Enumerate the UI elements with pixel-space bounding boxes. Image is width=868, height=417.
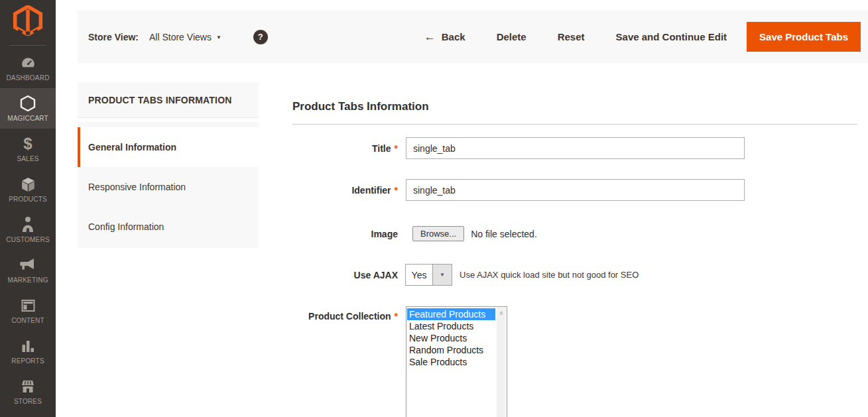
bar-chart-icon [20, 337, 36, 355]
tabs-panel: PRODUCT TABS INFORMATION General Informa… [78, 82, 259, 248]
store-view-switcher[interactable]: All Store Views▼ [149, 32, 221, 42]
back-arrow-icon: ← [424, 30, 436, 43]
file-status-text: No file selected. [471, 229, 537, 239]
box-icon [20, 176, 36, 193]
storefront-icon [19, 378, 36, 395]
sidebar-item-label: MAGICCART [7, 115, 48, 122]
listbox-option[interactable]: New Products [407, 332, 495, 344]
field-row-image: Image Browse... No file selected. [292, 226, 857, 241]
toolbar-actions: ←Back Delete Reset Save and Continue Edi… [424, 22, 861, 52]
store-view-label: Store View: [88, 32, 139, 42]
page-actions-toolbar: Store View: All Store Views▼ ? ←Back Del… [78, 11, 868, 63]
sidebar-item-reports[interactable]: REPORTS [0, 331, 56, 371]
image-label: Image [292, 229, 398, 239]
product-collection-listbox[interactable]: Featured Products Latest Products New Pr… [406, 306, 507, 417]
sidebar-item-marketing[interactable]: MARKETING [0, 250, 56, 290]
sidebar-item-magiccart[interactable]: MAGICCART [0, 88, 56, 129]
sidebar-item-label: MARKETING [7, 276, 48, 284]
form-area: Product Tabs Information Title* Identifi… [292, 98, 857, 417]
sidebar-item-customers[interactable]: CUSTOMERS [0, 209, 56, 250]
save-product-tabs-button[interactable]: Save Product Tabs [747, 22, 861, 52]
form-rows: Title* Identifier* Image [292, 137, 857, 417]
layout-icon [20, 297, 36, 314]
person-icon [20, 216, 36, 233]
use-ajax-label: Use AJAX [292, 270, 398, 280]
tab-config-information[interactable]: Config Information [78, 207, 259, 247]
save-and-continue-button[interactable]: Save and Continue Edit [616, 31, 727, 42]
required-asterisk: * [395, 311, 398, 322]
listbox-option[interactable]: Featured Products [407, 308, 495, 320]
admin-sidebar: DASHBOARD MAGICCART $ SALES PRODUCTS [0, 0, 56, 417]
product-collection-label: Product Collection* [292, 306, 398, 322]
delete-button[interactable]: Delete [497, 31, 527, 42]
listbox-option[interactable]: Sale Products [407, 356, 495, 368]
sidebar-item-products[interactable]: PRODUCTS [0, 169, 56, 209]
use-ajax-select[interactable]: Yes ▼ [405, 264, 452, 286]
sidebar-item-content[interactable]: CONTENT [0, 290, 56, 331]
sidebar-item-dashboard[interactable]: DASHBOARD [0, 48, 56, 88]
dollar-icon: $ [23, 135, 32, 152]
megaphone-icon [19, 257, 36, 274]
sidebar-item-label: REPORTS [11, 357, 44, 365]
browse-button[interactable]: Browse... [412, 226, 464, 241]
identifier-input[interactable] [406, 179, 745, 201]
sidebar-item-sales[interactable]: $ SALES [0, 129, 56, 169]
dashboard-gauge-icon [20, 54, 36, 72]
tabs-panel-items: General Information Responsive Informati… [78, 122, 259, 248]
listbox-option[interactable]: Random Products [407, 344, 495, 356]
field-row-title: Title* [292, 137, 857, 159]
store-view-value: All Store Views [149, 32, 212, 42]
required-asterisk: * [395, 143, 398, 154]
caret-down-icon: ▼ [216, 34, 221, 40]
sidebar-item-label: CONTENT [11, 317, 44, 324]
tab-responsive-information[interactable]: Responsive Information [78, 167, 259, 207]
identifier-label: Identifier* [292, 185, 398, 196]
title-label: Title* [292, 143, 398, 154]
sidebar-item-label: CUSTOMERS [6, 236, 50, 243]
title-input[interactable] [406, 137, 745, 159]
sidebar-divider [9, 45, 46, 46]
required-asterisk: * [395, 185, 398, 196]
sidebar-nav: DASHBOARD MAGICCART $ SALES PRODUCTS [0, 48, 56, 412]
sidebar-item-label: SALES [17, 155, 38, 162]
use-ajax-selected-value: Yes [406, 265, 432, 285]
tab-general-information[interactable]: General Information [78, 127, 259, 167]
hexagon-icon [20, 95, 36, 112]
field-row-identifier: Identifier* [292, 179, 857, 201]
sidebar-item-label: STORES [14, 398, 42, 405]
page-title: Product Tabs Information [292, 98, 857, 115]
use-ajax-note: Use AJAX quick load site but not good fo… [460, 270, 639, 280]
reset-button[interactable]: Reset [558, 31, 585, 42]
field-row-product-collection: Product Collection* Featured Products La… [292, 306, 857, 417]
sidebar-item-label: DASHBOARD [6, 74, 49, 82]
listbox-option[interactable]: Latest Products [407, 320, 495, 332]
magento-logo-icon [13, 5, 43, 36]
help-icon[interactable]: ? [253, 30, 268, 44]
listbox-scrollbar[interactable]: ∧ [497, 308, 506, 417]
back-button[interactable]: ←Back [424, 30, 465, 44]
tabs-panel-header: PRODUCT TABS INFORMATION [78, 82, 259, 118]
sidebar-item-stores[interactable]: STORES [0, 371, 56, 412]
magento-admin-page: DASHBOARD MAGICCART $ SALES PRODUCTS [0, 0, 868, 417]
magento-logo[interactable] [0, 0, 56, 41]
caret-down-icon: ▼ [432, 265, 452, 285]
scroll-up-icon: ∧ [497, 308, 506, 316]
field-row-use-ajax: Use AJAX Yes ▼ Use AJAX quick load site … [292, 264, 857, 286]
heading-divider [292, 124, 857, 125]
sidebar-item-label: PRODUCTS [9, 196, 47, 203]
